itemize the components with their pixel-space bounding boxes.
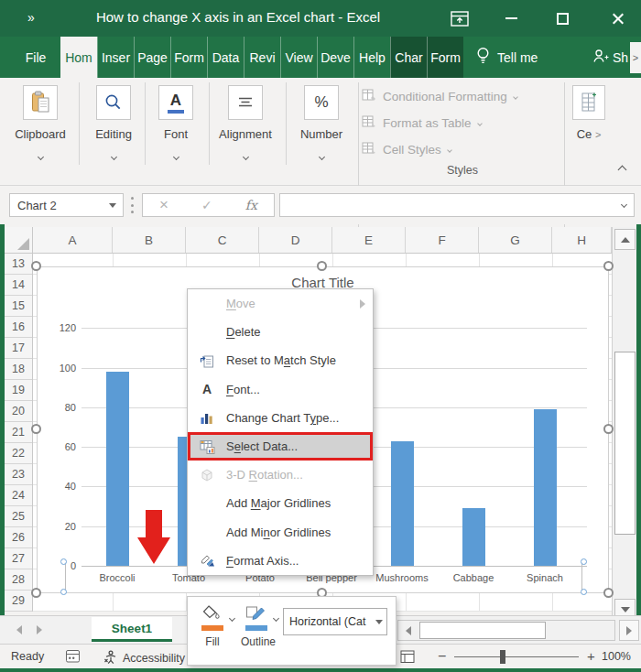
outline-dropdown-icon[interactable] (274, 608, 278, 624)
share-button[interactable]: Sh (592, 37, 628, 78)
row-header-22[interactable]: 22 (5, 443, 32, 464)
axis-selection-handle[interactable] (60, 589, 67, 595)
x-label-cabbage[interactable]: Cabbage (435, 572, 512, 583)
row-header-16[interactable]: 16 (5, 317, 32, 338)
menu-item-delete[interactable]: Delete (188, 318, 373, 346)
chart-element-selector[interactable]: Horizontal (Cat (283, 608, 387, 635)
chart-selection-handle[interactable] (603, 261, 614, 271)
ribbon-display-options-icon[interactable] (447, 6, 473, 30)
selector-dropdown-icon[interactable] (375, 620, 383, 624)
menu-item-reset-to-match-style[interactable]: Reset to Match Style (188, 346, 373, 374)
vertical-scroll-thumb[interactable] (614, 352, 636, 535)
ribbon-group-font[interactable]: A Font (143, 82, 209, 163)
tab-deve-7[interactable]: Deve (317, 37, 353, 78)
bar-mushrooms[interactable] (391, 441, 414, 566)
row-header-25[interactable]: 25 (5, 506, 32, 527)
column-header-F[interactable]: F (406, 227, 479, 253)
insert-function-icon[interactable]: fx (245, 198, 257, 212)
row-header-24[interactable]: 24 (5, 485, 32, 506)
accessibility-checker[interactable]: Accessibility (103, 649, 185, 667)
alignment-lines-icon[interactable] (228, 85, 263, 120)
axis-selection-handle[interactable] (581, 589, 587, 595)
magnifier-icon[interactable] (96, 85, 131, 120)
bar-cabbage[interactable] (462, 508, 485, 566)
tab-data-4[interactable]: Data (207, 37, 244, 78)
row-header-27[interactable]: 27 (5, 548, 32, 569)
x-label-spinach[interactable]: Spinach (506, 572, 583, 583)
cell-styles-button[interactable]: Cell Styles (362, 136, 563, 163)
minimize-button[interactable] (498, 6, 524, 30)
menu-item-font[interactable]: AFont... (188, 375, 373, 404)
tab-page-2[interactable]: Page (134, 37, 170, 78)
fill-button[interactable]: Fill (197, 604, 228, 648)
menu-item-add-minor-gridlines[interactable]: Add Minor Gridlines (188, 518, 373, 547)
bar-broccoli[interactable] (106, 372, 129, 566)
name-box-resize-dots[interactable] (131, 197, 134, 213)
chart-selection-handle[interactable] (603, 588, 614, 598)
macro-record-icon[interactable] (66, 650, 80, 666)
row-header-19[interactable]: 19 (5, 380, 32, 401)
row-header-26[interactable]: 26 (5, 527, 32, 548)
format-as-table-button[interactable]: Format as Table (362, 110, 563, 136)
cancel-icon[interactable]: × (159, 196, 168, 214)
chart-selection-handle[interactable] (603, 424, 614, 434)
scroll-left-button[interactable] (398, 621, 418, 640)
fill-dropdown-icon[interactable] (230, 608, 234, 624)
ribbon-group-clipboard[interactable]: Clipboard (7, 82, 73, 163)
clipboard-icon[interactable] (23, 85, 58, 120)
tab-form-3[interactable]: Form (170, 37, 207, 78)
tell-me[interactable]: Tell me (476, 37, 538, 78)
column-header-G[interactable]: G (479, 227, 552, 253)
formula-bar-expand-icon[interactable] (621, 201, 627, 208)
row-header-15[interactable]: 15 (5, 296, 32, 317)
column-header-D[interactable]: D (259, 227, 332, 253)
row-header-20[interactable]: 20 (5, 401, 32, 422)
horizontal-scroll-thumb[interactable] (419, 622, 546, 639)
column-header-C[interactable]: C (186, 227, 259, 253)
row-header-17[interactable]: 17 (5, 338, 32, 359)
x-label-broccoli[interactable]: Broccoli (79, 572, 156, 583)
sheet-tab-sheet1[interactable]: Sheet1 (92, 617, 172, 642)
vertical-scrollbar[interactable] (612, 227, 636, 623)
column-header-B[interactable]: B (113, 227, 186, 253)
chart-selection-handle[interactable] (317, 261, 327, 271)
zoom-in-button[interactable]: + (587, 648, 595, 664)
tab-view-6[interactable]: View (280, 37, 317, 78)
ribbon-group-cells[interactable]: Ce > (568, 82, 610, 141)
maximize-button[interactable] (549, 6, 575, 30)
bar-spinach[interactable] (534, 409, 557, 566)
name-box-dropdown-icon[interactable] (109, 203, 116, 208)
tab-overflow-chevron[interactable]: > (630, 42, 641, 73)
ribbon-group-number[interactable]: % Number (288, 82, 354, 163)
scroll-right-button[interactable] (619, 620, 639, 641)
font-a-icon[interactable]: A (158, 85, 193, 120)
row-header-18[interactable]: 18 (5, 359, 32, 380)
collapse-ribbon-button[interactable] (610, 160, 634, 179)
row-header-23[interactable]: 23 (5, 464, 32, 485)
menu-item-change-chart-type[interactable]: Change Chart Type... (188, 404, 373, 432)
zoom-out-button[interactable]: − (438, 648, 446, 665)
cells-icon[interactable] (572, 85, 605, 120)
tab-hom-0[interactable]: Hom (60, 37, 97, 78)
menu-item-add-major-gridlines[interactable]: Add Major Gridlines (188, 489, 373, 517)
enter-icon[interactable]: ✓ (201, 198, 212, 212)
close-button[interactable] (604, 6, 630, 30)
row-header-21[interactable]: 21 (5, 422, 32, 443)
outline-button[interactable]: Outline (241, 604, 272, 648)
ribbon-group-editing[interactable]: Editing (81, 82, 147, 163)
cells-overflow-chevron[interactable]: > (595, 129, 601, 140)
column-header-E[interactable]: E (332, 227, 406, 253)
row-header-14[interactable]: 14 (5, 275, 32, 296)
zoom-slider-thumb[interactable] (500, 650, 505, 664)
tab-revi-5[interactable]: Revi (244, 37, 280, 78)
x-label-mushrooms[interactable]: Mushrooms (364, 572, 440, 583)
name-box[interactable]: Chart 2 (9, 193, 124, 217)
formula-bar-input[interactable] (279, 193, 635, 217)
scroll-up-button[interactable] (614, 229, 636, 250)
row-header-13[interactable]: 13 (5, 254, 32, 275)
row-header-28[interactable]: 28 (5, 569, 32, 591)
menu-item-format-axis[interactable]: Format Axis... (188, 547, 373, 575)
tab-char-9[interactable]: Char (390, 37, 427, 78)
tab-form-10[interactable]: Form (427, 37, 463, 78)
menu-item-select-data[interactable]: Select Data... (188, 432, 373, 461)
